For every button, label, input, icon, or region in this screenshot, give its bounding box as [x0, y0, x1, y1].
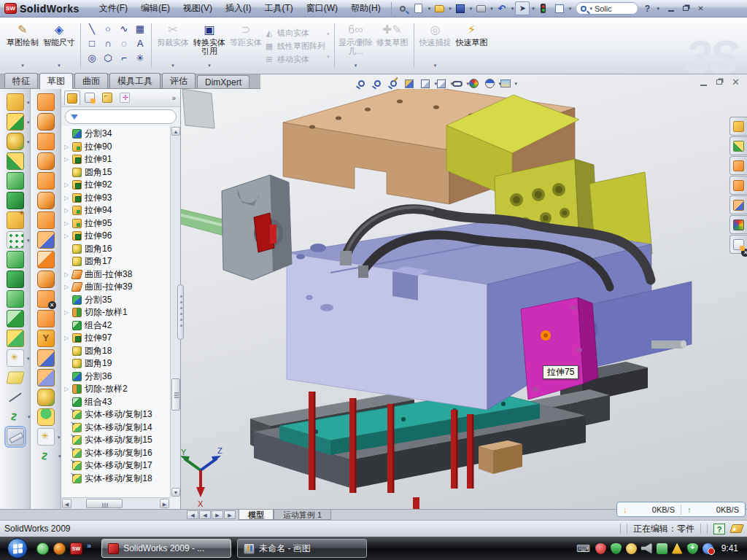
sketch-button[interactable]: ✎ 草图绘制▾: [4, 19, 41, 71]
menu-insert[interactable]: 插入(I): [219, 0, 258, 17]
tree-item[interactable]: ▷ 曲面-拉伸39: [61, 281, 170, 294]
expand-arrow-icon[interactable]: ▷: [64, 220, 72, 227]
planar-surface-icon[interactable]: [37, 211, 55, 229]
expand-arrow-icon[interactable]: ▷: [64, 233, 72, 239]
knit-surface-icon[interactable]: [37, 251, 55, 268]
tray-firewall-icon[interactable]: [687, 543, 698, 554]
menu-tools[interactable]: 工具(T): [258, 0, 299, 17]
tree-filter-input[interactable]: [65, 109, 177, 124]
taskbar-solidworks[interactable]: SolidWorks 2009 - ...: [101, 539, 231, 558]
quick-snaps-button[interactable]: ◎ 快速捕捉▾: [417, 19, 454, 71]
resources-home-icon[interactable]: [729, 117, 747, 136]
tree-item[interactable]: ▷ 圆角16: [61, 243, 170, 256]
search-input[interactable]: ▾ Solic: [576, 2, 638, 15]
expand-arrow-icon[interactable]: ▷: [64, 386, 72, 392]
tree-item[interactable]: ▷ 圆角17: [61, 255, 170, 268]
expand-arrow-icon[interactable]: ▷: [64, 335, 72, 341]
swept-surface-icon[interactable]: [37, 93, 55, 111]
tree-item[interactable]: ▷ 拉伸91: [61, 153, 170, 166]
undo-icon[interactable]: ↶: [495, 1, 509, 15]
zoom-area-icon[interactable]: [371, 77, 384, 90]
configurationmanager-tab[interactable]: [99, 90, 115, 105]
annotation-icon[interactable]: [499, 77, 512, 90]
repair-sketch-button[interactable]: ✚✎ 修复草图: [374, 19, 411, 71]
trim-surface-icon[interactable]: [37, 349, 55, 367]
tab-dimxpert[interactable]: DimXpert: [197, 75, 249, 88]
part-nozzle-clamp[interactable]: [181, 175, 292, 280]
tree-item[interactable]: ▷ 分割35: [61, 294, 170, 307]
tree-item[interactable]: ▷ 实体-移动/复制14: [61, 421, 170, 435]
scene-icon[interactable]: [483, 77, 496, 90]
tree-item[interactable]: ▷ 圆角19: [61, 357, 170, 370]
tray-volume-icon[interactable]: [641, 543, 652, 554]
hide-show-icon[interactable]: [451, 77, 464, 90]
propertymanager-tab[interactable]: [82, 90, 98, 105]
tray-antivirus-icon[interactable]: [611, 543, 622, 554]
featuremanager-tree-tab[interactable]: [64, 90, 80, 105]
move-copy-body-icon[interactable]: [7, 330, 24, 347]
dimxpertmanager-tab[interactable]: [117, 90, 133, 105]
fillet-icon[interactable]: [7, 133, 24, 150]
spline-icon[interactable]: ∿: [120, 24, 128, 34]
linear-sketch-pattern-button[interactable]: ▦线性草图阵列: [264, 41, 325, 52]
print-caret[interactable]: ▾: [490, 6, 493, 12]
circle-icon[interactable]: ○: [105, 24, 111, 34]
delete-face-icon[interactable]: [37, 290, 55, 308]
display-style-icon[interactable]: [435, 77, 448, 90]
panel-splitter-handle[interactable]: [177, 284, 184, 340]
scroll-right-icon[interactable]: ▶: [160, 499, 169, 508]
search-scope-caret[interactable]: ▾: [589, 6, 592, 12]
tree-item[interactable]: ▷ 拉伸96: [61, 230, 170, 243]
menu-view[interactable]: 视图(V): [177, 0, 219, 17]
appearance-icon[interactable]: [467, 77, 480, 90]
sheet-nav-2[interactable]: ▶: [212, 510, 223, 519]
helix-spiral-icon[interactable]: [37, 448, 55, 465]
save-caret[interactable]: ▾: [470, 6, 473, 12]
save-icon[interactable]: [453, 1, 468, 15]
tree-item[interactable]: ▷ 实体-移动/复制13: [61, 408, 170, 421]
tab-evaluate[interactable]: 评估: [162, 73, 196, 88]
tree-item[interactable]: ▷ 组合42: [61, 319, 170, 332]
print-icon[interactable]: [473, 1, 488, 15]
tree-item[interactable]: ▷ 实体-移动/复制18: [61, 472, 170, 486]
tree-item[interactable]: ▷ 分割36: [61, 370, 170, 384]
filled-surface-icon[interactable]: [37, 152, 55, 170]
extruded-boss-icon[interactable]: [7, 93, 24, 111]
tree-item[interactable]: ▷ 实体-移动/复制16: [61, 447, 170, 460]
open-icon[interactable]: [432, 1, 446, 15]
tree-item[interactable]: ▷ 拉伸93: [61, 192, 170, 205]
arc-icon[interactable]: ∩: [104, 39, 111, 49]
tray-update-icon[interactable]: [626, 543, 637, 554]
expand-arrow-icon[interactable]: ▷: [64, 195, 72, 201]
doc-restore-button[interactable]: [715, 78, 725, 87]
tab-sketch[interactable]: 草图: [39, 73, 73, 89]
quicklaunch-antivirus-icon[interactable]: [53, 542, 66, 555]
part-clamp-half[interactable]: [182, 89, 214, 128]
pattern-icon[interactable]: ▦: [136, 24, 144, 34]
tree-item[interactable]: ▷ 实体-移动/复制15: [61, 434, 170, 447]
text-icon[interactable]: A: [137, 39, 144, 49]
tab-mold-tools[interactable]: 模具工具: [109, 73, 160, 88]
menu-edit[interactable]: 编辑(E): [134, 0, 177, 17]
keyboard-layout-icon[interactable]: ⌨: [576, 543, 590, 554]
combine-bodies-icon[interactable]: [7, 310, 24, 327]
tree-item[interactable]: ▷ 拉伸94: [61, 204, 170, 217]
sheet-nav-1[interactable]: ◀: [199, 510, 211, 519]
offset-surface-icon[interactable]: [37, 192, 55, 209]
expand-arrow-icon[interactable]: ▷: [64, 182, 72, 188]
sheet-nav-0[interactable]: ◀: [187, 510, 198, 519]
trim-entities-button[interactable]: ✂ 剪裁实体▾: [155, 19, 191, 71]
menu-window[interactable]: 窗口(W): [300, 0, 344, 17]
restore-button[interactable]: [680, 3, 692, 14]
extruded-cut-icon[interactable]: [7, 113, 24, 131]
freeform-icon[interactable]: [37, 428, 55, 446]
view-orientation-icon[interactable]: [419, 77, 432, 90]
scroll-up-icon[interactable]: ▲: [171, 127, 180, 136]
quicklaunch-messenger-icon[interactable]: [36, 542, 49, 555]
sketch-fillet-icon[interactable]: ⌐: [121, 53, 127, 63]
tag-icon[interactable]: [729, 524, 744, 533]
lights-icon[interactable]: [536, 1, 551, 15]
hole-wizard-icon[interactable]: [7, 211, 24, 229]
shell-icon[interactable]: [7, 290, 24, 308]
quicklaunch-solidworks-icon[interactable]: SW: [70, 542, 82, 555]
